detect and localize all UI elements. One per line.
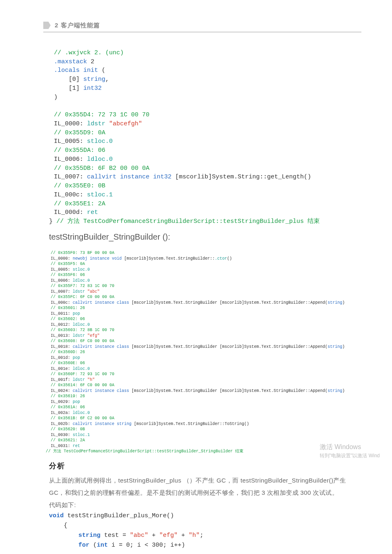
code-type: int32	[83, 85, 102, 92]
code-string: "abcefgh"	[109, 120, 142, 127]
code-text: [mscorlib]System.Text.StringBuilder [msc…	[131, 300, 327, 305]
code-op: callvirt instance class	[73, 300, 131, 305]
code-op: .ctor	[215, 256, 227, 261]
code-comment: // 0x35620: 0B	[51, 427, 85, 432]
code-op: stloc.1	[87, 191, 113, 198]
code-comment: // 0x355D9: 0A	[54, 129, 105, 136]
analysis-paragraph-1: 从上面的测试用例得出，testStringBuilder_plus （）不产生 …	[49, 474, 361, 499]
code-comment: // 0x35603: 72 8B 1C 00 70	[51, 328, 114, 332]
code-text: (	[89, 542, 97, 549]
code-text: ]	[76, 76, 83, 83]
code-text: [	[54, 76, 72, 83]
code-text: 2	[87, 58, 94, 65]
code-text: ; i <	[130, 542, 152, 549]
code-label: IL_0007:	[54, 174, 87, 180]
code-comment: // 0x355DA: 06	[54, 147, 105, 154]
code-label: IL_0005:	[54, 138, 87, 145]
code-op: newobj instance void	[73, 256, 124, 261]
code-fn: testStringBuilder_plus_More()	[64, 512, 174, 519]
code-text: [mscorlib]System.Text.StringBuilder [msc…	[131, 345, 327, 349]
il-code-block-1: // .wxjvck 2. (unc) .maxstack 2 .locals …	[54, 40, 361, 217]
code-comment: // 0x3560D: 26	[51, 350, 85, 354]
code-comment: // 0x35608: 6F C0 00 00 0A	[51, 339, 114, 343]
activation-title: 激活 Windows	[320, 442, 380, 452]
code-label: IL_0029:	[51, 400, 73, 404]
code-label: IL_000d:	[54, 209, 87, 216]
code-comment: // 方法 TestCodPerfomanceStringBuilderScri…	[56, 218, 320, 225]
analysis-heading: 分析	[49, 460, 361, 472]
code-label: IL_0018:	[51, 345, 73, 349]
code-op: ret	[87, 209, 98, 216]
code-text: )	[342, 300, 345, 305]
code-string: "abc"	[87, 289, 100, 294]
chapter-marker-icon	[43, 22, 51, 29]
code-text: [	[54, 85, 72, 92]
code-label: IL_002b:	[51, 422, 73, 426]
code-text: ; i++)	[163, 542, 185, 549]
code-text: +	[148, 532, 159, 539]
code-op: callvirt instance class	[73, 389, 131, 393]
code-keyword: void	[49, 512, 64, 519]
code-text: }	[49, 218, 56, 225]
chapter-header: 2 客户端性能篇	[43, 20, 361, 32]
code-op: ldloc.0	[87, 156, 113, 163]
code-text: ,	[105, 76, 109, 83]
code-label: IL_000c:	[51, 300, 73, 305]
code-comment: // .wxjvck 2. (unc)	[54, 49, 124, 56]
code-label: IL_0007:	[51, 289, 73, 294]
code-type: string	[327, 389, 342, 393]
code-type: string	[83, 76, 105, 83]
code-op: ldstr	[73, 289, 87, 294]
code-type: string	[327, 300, 342, 305]
code-keyword: for	[78, 542, 89, 549]
code-comment: // 0x3561B: 6F C2 00 00 0A	[51, 416, 114, 421]
code-label: IL_0013:	[51, 334, 73, 338]
il-code-block-2: // 0x355F0: 73 BF 00 00 0A IL_0000: newo…	[51, 245, 361, 449]
activation-sub: 转到"电脑设置"以激活 Wind	[320, 452, 380, 460]
code-text: [mscorlib]System.String::get_Length()	[175, 174, 311, 180]
code-op: callvirt instance class	[73, 345, 131, 349]
code-label: IL_001e:	[51, 367, 73, 371]
code-text: ;	[200, 532, 203, 539]
code-num: 1	[72, 85, 76, 92]
il-code-block-1-end: } // 方法 TestCodPerfomanceStringBuilderSc…	[49, 217, 361, 226]
code-label: IL_002a:	[51, 411, 73, 415]
il-code-block-2-end: // 方法 TestCodPerfomanceStringBuilderScri…	[46, 449, 361, 454]
code-comment: // 0x355DB: 6F B2 00 00 0A	[54, 165, 149, 172]
code-num: 300	[152, 542, 163, 549]
code-comment: // 0x35602: 06	[51, 317, 85, 321]
code-op: pop	[73, 356, 80, 360]
code-text: ]	[76, 85, 83, 92]
code-brace: {	[49, 522, 67, 529]
code-label: IL_001f:	[51, 378, 73, 382]
code-comment: // 0x355F7: 72 83 1C 00 70	[51, 284, 114, 288]
code-keyword: .maxstack	[54, 58, 87, 65]
code-op: ldloc.0	[73, 367, 90, 371]
code-keyword: int	[97, 542, 108, 549]
code-string: "abc"	[130, 532, 148, 539]
code-comment: // 0x35614: 6F C0 00 00 0A	[51, 383, 114, 387]
code-op: ldloc.0	[73, 411, 90, 415]
code-label: IL_000c:	[54, 191, 87, 198]
code-comment: // 0x355F5: 0A	[51, 262, 85, 266]
code-op: callvirt instance int32	[87, 174, 175, 180]
code-text: [mscorlib]System.Text.StringBuilder::ToS…	[134, 422, 249, 426]
chapter-title: 2 客户端性能篇	[55, 20, 100, 30]
code-num: 0	[72, 76, 76, 83]
code-keyword: string	[78, 532, 100, 539]
code-text: +	[178, 532, 189, 539]
analysis-paragraph-2: 代码如下:	[49, 499, 361, 511]
code-comment: // 0x3561A: 06	[51, 405, 85, 409]
code-text: )	[342, 345, 345, 349]
code-keyword: .locals init	[54, 67, 98, 74]
code-text: [mscorlib]System.Text.StringBuilder::	[124, 256, 215, 261]
code-comment: // 0x35619: 26	[51, 394, 85, 398]
code-text: )	[342, 389, 345, 393]
code-op: stloc.0	[87, 138, 113, 145]
code-label: IL_0000:	[54, 120, 87, 127]
code-op: callvirt instance string	[73, 422, 134, 426]
code-comment: // 0x3560F: 72 93 1C 00 70	[51, 372, 114, 376]
code-comment: // 0x355D4: 72 73 1C 00 70	[54, 111, 149, 118]
code-string: "h"	[87, 378, 95, 382]
code-comment: // 方法 TestCodPerfomanceStringBuilderScri…	[46, 449, 243, 454]
